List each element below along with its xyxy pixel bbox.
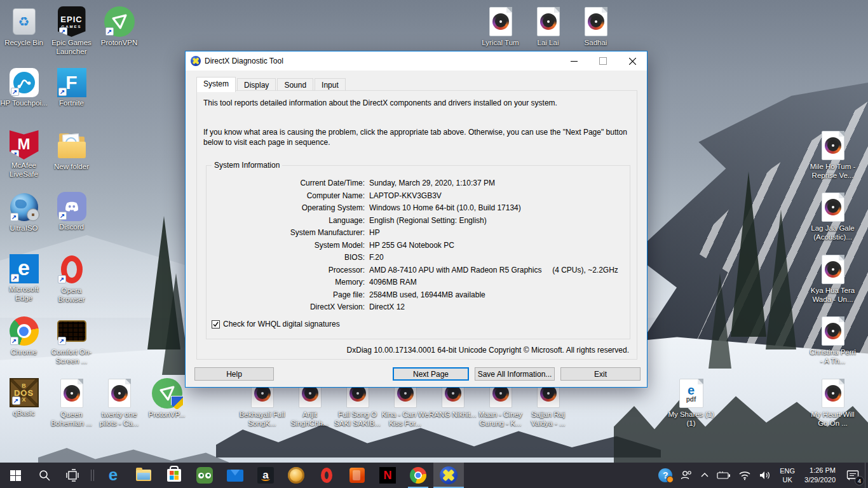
shortcut-arrow-icon: ↗	[105, 27, 114, 36]
volume-icon[interactable]	[755, 463, 775, 488]
field-value: Windows 10 Home 64-bit (10.0, Build 1713…	[369, 203, 521, 216]
folder-icon	[57, 130, 87, 161]
desktop-icon-queen-bohemian[interactable]: Queen Bohemian ...	[48, 377, 95, 437]
taskbar-gold-app-icon[interactable]	[281, 463, 311, 488]
pdf-icon: epdf	[676, 378, 707, 409]
help-button[interactable]: Help	[194, 367, 274, 381]
taskbar-file-explorer-icon[interactable]	[128, 463, 159, 488]
shortcut-arrow-icon: ↗	[10, 337, 18, 345]
taskbar-separator	[86, 463, 98, 488]
desktop-icon-christina-perri-a-th[interactable]: Christina Perri - A Th...	[809, 315, 857, 374]
taskbar-store-icon[interactable]	[159, 463, 189, 488]
desktop-icon-protonvp[interactable]: ProtonVP...	[143, 377, 191, 437]
group-title: System Information	[212, 161, 282, 170]
mcafee-icon: ↗	[10, 130, 39, 159]
maximize-button[interactable]	[588, 51, 618, 71]
desktop-icon-fortnite[interactable]: F↗Fortnite	[48, 67, 95, 126]
taskbar-start-icon[interactable]	[0, 463, 31, 488]
desktop-icon-label: McAfee LiveSafe	[0, 161, 48, 179]
desktop-icon-label: Recycle Bin	[0, 39, 48, 48]
desktop-icon-my-shares-1-1[interactable]: epdfMy Shares (1) (1)	[667, 377, 715, 437]
music-icon	[818, 254, 848, 285]
desktop-icon-new-folder[interactable]: New folder	[48, 129, 95, 189]
desktop-icon-ultraiso[interactable]: ↗UltraISO	[0, 191, 48, 250]
taskbar-mail-icon[interactable]	[220, 463, 250, 488]
wifi-icon[interactable]	[735, 463, 755, 488]
taskbar-office-icon[interactable]	[342, 463, 372, 488]
taskbar-chrome-icon[interactable]	[403, 463, 433, 488]
field-value: 4096MB RAM	[369, 278, 417, 290]
desktop-icon-epic-games-launcher[interactable]: EPICGAMES↗Epic Games Launcher	[48, 5, 95, 65]
hidden-icons-chevron[interactable]	[696, 463, 713, 488]
desktop-icon-label: Fortnite	[48, 99, 95, 108]
taskbar-task-view-icon[interactable]	[58, 463, 86, 488]
desktop-icon-label: Bekhayali Full SongK...	[238, 410, 286, 428]
desktop-icon-label: Sadhai	[572, 39, 620, 48]
desktop-icon-discord[interactable]: ↗Discord	[48, 191, 95, 250]
taskbar-dxdiag-icon[interactable]	[433, 463, 464, 488]
shortcut-arrow-icon: ↗	[12, 396, 20, 405]
desktop-icon-opera-browser[interactable]: ↗Opera Browser	[48, 253, 95, 313]
get-help-icon[interactable]: ?	[654, 463, 676, 488]
taskbar-tripadvisor-icon[interactable]	[189, 463, 220, 488]
desktop-icon-hp-touchpoi[interactable]: ↗HP Touchpoi...	[0, 67, 48, 126]
field-row: System Model:HP 255 G4 Notebook PC	[207, 241, 630, 254]
desktop-icon-mcafee-livesafe[interactable]: ↗McAfee LiveSafe	[0, 129, 48, 189]
desktop-icon-label: HP Touchpoi...	[0, 99, 48, 108]
whql-checkbox-row[interactable]: Check for WHQL digital signatures	[212, 320, 340, 329]
whql-checkbox[interactable]	[212, 320, 220, 329]
desktop-icon-recycle-bin[interactable]: ♻Recycle Bin	[0, 5, 48, 65]
whql-checkbox-label: Check for WHQL digital signatures	[223, 320, 340, 329]
shortcut-arrow-icon: ↗	[11, 88, 19, 96]
desktop-icon-comfort-on-screen[interactable]: ↗Comfort On-Screen ...	[48, 315, 95, 374]
desktop-icon-label: Microsoft Edge	[0, 285, 48, 302]
system-information-group: System Information Current Date/Time:Sun…	[206, 165, 630, 339]
language-indicator[interactable]: ENG UK	[775, 466, 799, 485]
shortcut-arrow-icon: ↗	[10, 213, 18, 221]
taskbar-netflix-icon[interactable]: N	[372, 463, 403, 488]
desktop-icon-label: Kya Hua Tera Wada - Un...	[809, 287, 857, 304]
people-icon[interactable]	[676, 463, 696, 488]
field-value: F.20	[369, 253, 384, 266]
taskbar-search-icon[interactable]	[31, 463, 58, 488]
close-button[interactable]	[618, 51, 647, 71]
field-row: Language:English (Regional Setting: Engl…	[207, 216, 630, 229]
desktop-icon-qbasic[interactable]: BDOSX↗qBasic	[0, 377, 48, 437]
taskbar-opera-icon[interactable]	[311, 463, 342, 488]
music-icon	[818, 378, 848, 409]
field-row: Current Date/Time:Sunday, March 29, 2020…	[207, 179, 630, 191]
battery-icon[interactable]	[713, 463, 735, 488]
field-label: Language:	[207, 216, 369, 229]
save-all-information-button[interactable]: Save All Information...	[475, 367, 555, 381]
clock[interactable]: 1:26 PM 3/29/2020	[799, 466, 841, 485]
exit-button[interactable]: Exit	[560, 367, 641, 381]
action-center-icon[interactable]: 4	[841, 463, 865, 488]
taskbar: eaN ? ENG UK 1:26 PM 3/29/2020 4	[0, 463, 868, 488]
field-value: LAPTOP-KKV3GB3V	[369, 191, 442, 204]
desktop-icon-microsoft-edge[interactable]: e↗Microsoft Edge	[0, 253, 48, 313]
taskbar-amazon-icon[interactable]: a	[250, 463, 281, 488]
desktop-icon-twenty-one-pilots-ca[interactable]: twenty one pilots - Ca...	[95, 377, 143, 437]
desktop-icon-label: Arijit SinghChh...	[286, 410, 334, 428]
desktop-icon-my-heart-will-go-on[interactable]: My Heart Will Go On ...	[809, 377, 857, 437]
intro-text-2: If you know what area is causing the pro…	[203, 127, 630, 147]
show-desktop-button[interactable]	[865, 463, 868, 488]
field-label: BIOS:	[207, 253, 369, 266]
title-bar[interactable]: DirectX Diagnostic Tool	[186, 51, 647, 71]
next-page-button[interactable]: Next Page	[393, 367, 469, 381]
desktop-icon-kya-hua-tera-wada-un[interactable]: Kya Hua Tera Wada - Un...	[809, 253, 857, 313]
field-label: Operating System:	[207, 203, 369, 216]
desktop-icon-mile-ho-tum-reprise-ve[interactable]: Mile Ho Tum - Reprise Ve...	[809, 129, 857, 189]
field-row: System Manufacturer:HP	[207, 228, 630, 241]
desktop-icon-protonvpn[interactable]: ↗ProtonVPN	[95, 5, 143, 65]
shortcut-arrow-icon: ↗	[59, 27, 67, 36]
desktop-icon-label: Maan - Ciney Gurung - K...	[477, 410, 524, 428]
tree	[709, 273, 731, 369]
tab-system[interactable]: System	[196, 77, 236, 92]
minimize-button[interactable]	[559, 51, 588, 71]
taskbar-edge-icon[interactable]: e	[98, 463, 128, 488]
desktop-icon-label: RANG Nikhit...	[429, 410, 477, 419]
desktop-icon-lag-jaa-gale-acoustic[interactable]: Lag Jaa Gale (Acoustic)...	[809, 191, 857, 250]
desktop-icon-chrome[interactable]: ↗Chrome	[0, 315, 48, 374]
desktop-icon-label: twenty one pilots - Ca...	[95, 410, 143, 428]
